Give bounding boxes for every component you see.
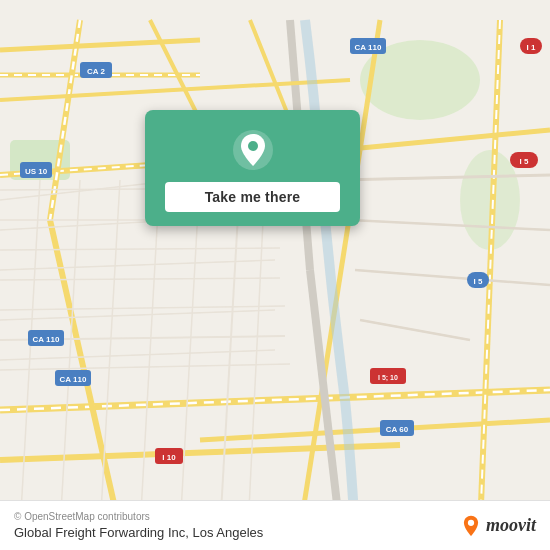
- svg-text:I 5: I 5: [474, 277, 483, 286]
- svg-text:CA 60: CA 60: [386, 425, 409, 434]
- svg-point-72: [248, 141, 258, 151]
- popup-card: Take me there: [145, 110, 360, 226]
- svg-text:CA 2: CA 2: [87, 67, 105, 76]
- bottom-bar: © OpenStreetMap contributors Global Frei…: [0, 500, 550, 550]
- moovit-logo: moovit: [460, 515, 536, 537]
- svg-text:CA 110: CA 110: [33, 335, 60, 344]
- take-me-there-button[interactable]: Take me there: [165, 182, 340, 212]
- bottom-left-info: © OpenStreetMap contributors Global Frei…: [14, 511, 263, 540]
- moovit-pin-icon: [460, 515, 482, 537]
- copyright-text: © OpenStreetMap contributors: [14, 511, 263, 522]
- svg-text:CA 110: CA 110: [355, 43, 382, 52]
- map-container: CA 2 CA 110 CA 110 CA 110 US 10 I 5 I 5;…: [0, 0, 550, 550]
- svg-text:CA 110: CA 110: [60, 375, 87, 384]
- location-name: Global Freight Forwarding Inc, Los Angel…: [14, 525, 263, 540]
- svg-text:I 5: I 5: [520, 157, 529, 166]
- svg-text:US 10: US 10: [25, 167, 48, 176]
- svg-text:I 10: I 10: [162, 453, 176, 462]
- map-roads: CA 2 CA 110 CA 110 CA 110 US 10 I 5 I 5;…: [0, 0, 550, 550]
- svg-text:I 1: I 1: [527, 43, 536, 52]
- moovit-brand-text: moovit: [486, 515, 536, 536]
- location-pin-icon: [231, 128, 275, 172]
- svg-text:I 5; 10: I 5; 10: [378, 374, 398, 382]
- svg-point-73: [468, 519, 474, 525]
